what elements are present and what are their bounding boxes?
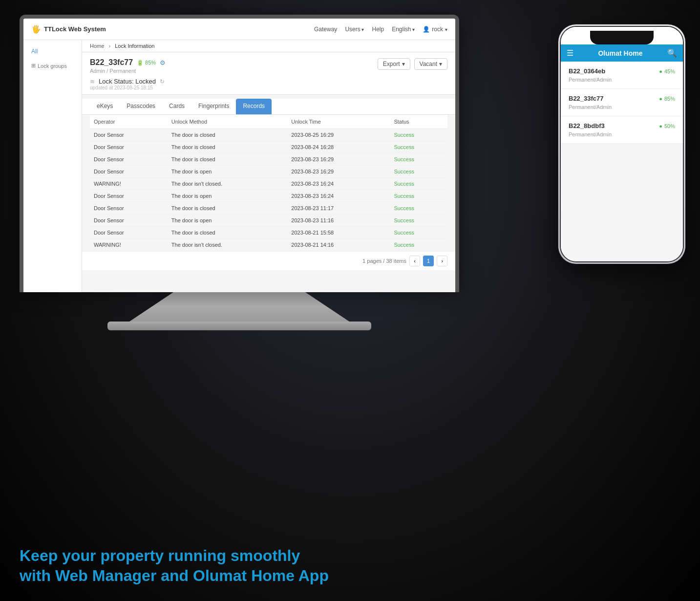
cell-operator: WARNING! xyxy=(90,239,168,251)
settings-icon[interactable]: ⚙ xyxy=(160,59,166,66)
cell-method: The door is open xyxy=(168,166,288,178)
cell-time: 2023-08-21 15:58 xyxy=(287,227,390,239)
cell-method: The door is open xyxy=(168,190,288,202)
cell-time: 2023-08-21 14:16 xyxy=(287,239,390,251)
col-status: Status xyxy=(390,115,447,129)
cell-method: The door is closed xyxy=(168,141,288,153)
phone-device-item[interactable]: B22_33fc77 ● 85% Permanent/Admin xyxy=(561,89,683,116)
breadcrumb-home[interactable]: Home xyxy=(90,43,104,49)
sidebar-lock-groups[interactable]: ⊞ Lock groups xyxy=(23,59,82,73)
cell-time: 2023-08-25 16:29 xyxy=(287,129,390,141)
cell-method: The door is closed xyxy=(168,227,288,239)
cell-status: Success xyxy=(390,227,447,239)
sidebar-all[interactable]: All xyxy=(23,44,82,59)
page-prev-btn[interactable]: ‹ xyxy=(409,256,420,266)
cell-time: 2023-08-23 11:16 xyxy=(287,215,390,227)
logo-icon: 🖐 xyxy=(31,24,41,34)
breadcrumb: Home › Lock Information xyxy=(82,40,455,52)
breadcrumb-current: Lock Information xyxy=(115,43,154,49)
sidebar: All ⊞ Lock groups xyxy=(23,40,82,292)
table-row: WARNING! The door isn't closed. 2023-08-… xyxy=(90,239,447,251)
cell-operator: Door Sensor xyxy=(90,190,168,202)
cell-method: The door is closed xyxy=(168,129,288,141)
tab-cards[interactable]: Cards xyxy=(162,99,191,114)
tab-passcodes[interactable]: Passcodes xyxy=(120,99,162,114)
col-unlock-time: Unlock Time xyxy=(287,115,390,129)
content-area: All ⊞ Lock groups Home › Lock Informa xyxy=(23,40,455,292)
phone-device-subtitle: Permanent/Admin xyxy=(569,104,675,110)
records-table-wrapper[interactable]: Operator Unlock Method Unlock Time Statu… xyxy=(82,115,455,251)
nav-gateway[interactable]: Gateway xyxy=(314,26,337,33)
phone-device-item[interactable]: B22_0364eb ● 45% Permanent/Admin xyxy=(561,62,683,89)
cell-time: 2023-08-23 16:29 xyxy=(287,153,390,166)
chevron-down-icon-2: ▾ xyxy=(439,61,442,67)
search-icon[interactable]: 🔍 xyxy=(667,48,677,58)
cell-time: 2023-08-24 16:28 xyxy=(287,141,390,153)
cell-method: The door is open xyxy=(168,215,288,227)
table-row: Door Sensor The door is open 2023-08-23 … xyxy=(90,166,447,178)
vacant-button[interactable]: Vacant ▾ xyxy=(414,58,447,70)
nav-help[interactable]: Help xyxy=(372,26,384,33)
topnav-right: Gateway Users Help English 👤 rock xyxy=(314,26,447,33)
phone-battery-badge: ● 85% xyxy=(659,96,675,102)
cell-status: Success xyxy=(390,178,447,190)
monitor-base xyxy=(107,322,371,330)
cell-operator: Door Sensor xyxy=(90,153,168,166)
phone-outer: ☰ Olumat Home 🔍 B22_0364eb ● 45% Permane… xyxy=(558,24,685,264)
tab-records[interactable]: Records xyxy=(236,99,272,114)
lock-status-row: ≋ Lock Status: Locked ↻ xyxy=(90,78,447,85)
phone-device-subtitle: Permanent/Admin xyxy=(569,131,675,137)
phone-inner: ☰ Olumat Home 🔍 B22_0364eb ● 45% Permane… xyxy=(560,26,684,262)
cell-status: Success xyxy=(390,239,447,251)
col-unlock-method: Unlock Method xyxy=(168,115,288,129)
phone-device-name: B22_33fc77 xyxy=(569,95,604,102)
cell-status: Success xyxy=(390,153,447,166)
phone-device-name: B22_0364eb xyxy=(569,67,605,75)
app-title: TTLock Web System xyxy=(44,25,106,33)
lock-name: B22_33fc77 xyxy=(90,58,133,67)
tabs-bar: eKeys Passcodes Cards Fingerprints Recor… xyxy=(82,99,455,115)
cell-operator: Door Sensor xyxy=(90,227,168,239)
webapp: 🖐 TTLock Web System Gateway Users Help E… xyxy=(23,19,455,292)
phone-notch xyxy=(590,31,654,44)
tab-fingerprints[interactable]: Fingerprints xyxy=(191,99,236,114)
cell-operator: Door Sensor xyxy=(90,215,168,227)
refresh-icon[interactable]: ↻ xyxy=(160,78,165,85)
cell-time: 2023-08-23 11:17 xyxy=(287,202,390,215)
lock-status-text: Lock Status: Locked xyxy=(99,78,156,85)
wifi-icon: ≋ xyxy=(90,78,95,85)
tagline: Keep your property running smoothly with… xyxy=(20,546,329,586)
monitor-screen: 🖐 TTLock Web System Gateway Users Help E… xyxy=(20,15,459,292)
hamburger-icon[interactable]: ☰ xyxy=(567,48,573,58)
records-table: Operator Unlock Method Unlock Time Statu… xyxy=(90,115,447,251)
col-operator: Operator xyxy=(90,115,168,129)
nav-language[interactable]: English xyxy=(392,26,415,33)
cell-method: The door is closed xyxy=(168,202,288,215)
nav-user[interactable]: 👤 rock xyxy=(423,26,447,33)
page-1-btn[interactable]: 1 xyxy=(423,256,434,266)
lock-groups-icon: ⊞ xyxy=(31,63,36,69)
table-row: WARNING! The door isn't closed. 2023-08-… xyxy=(90,178,447,190)
page-next-btn[interactable]: › xyxy=(437,256,447,266)
topnav: 🖐 TTLock Web System Gateway Users Help E… xyxy=(23,19,455,40)
chevron-down-icon: ▾ xyxy=(402,61,405,67)
export-button[interactable]: Export ▾ xyxy=(378,58,410,70)
tagline-line2: with Web Manager and Olumat Home App xyxy=(20,566,329,586)
phone-device-item[interactable]: B22_8bdbf3 ● 50% Permanent/Admin xyxy=(561,116,683,144)
tab-ekeys[interactable]: eKeys xyxy=(90,99,120,114)
monitor-stand xyxy=(20,292,459,322)
cell-status: Success xyxy=(390,129,447,141)
phone-app-title: Olumat Home xyxy=(577,49,663,57)
main-content: Home › Lock Information Export ▾ xyxy=(82,40,455,292)
monitor: 🖐 TTLock Web System Gateway Users Help E… xyxy=(20,15,459,330)
phone-device-name: B22_8bdbf3 xyxy=(569,122,605,129)
table-row: Door Sensor The door is closed 2023-08-2… xyxy=(90,129,447,141)
battery-dot-icon: ● xyxy=(659,68,662,74)
cell-status: Success xyxy=(390,190,447,202)
battery-icon: 🔋 xyxy=(137,60,144,66)
phone-screen: ☰ Olumat Home 🔍 B22_0364eb ● 45% Permane… xyxy=(561,27,683,261)
tagline-line1: Keep your property running smoothly xyxy=(20,546,329,566)
nav-users[interactable]: Users xyxy=(345,26,364,33)
battery-badge: 🔋 85% xyxy=(137,60,156,66)
table-body: Door Sensor The door is closed 2023-08-2… xyxy=(90,129,447,251)
